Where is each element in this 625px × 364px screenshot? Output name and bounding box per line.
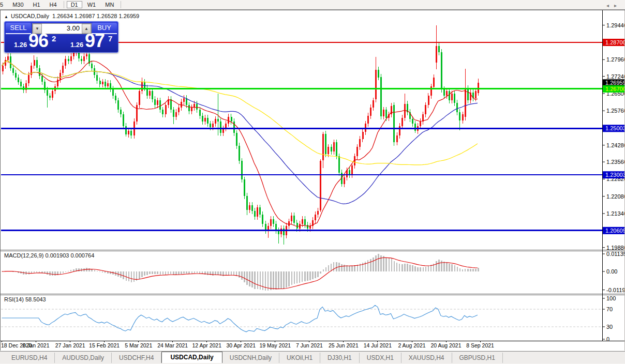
rsi-tick-label: 100 (606, 295, 616, 301)
chart-window[interactable]: 1.294401.279601.272401.265001.257601.242… (0, 10, 625, 350)
svg-text:1.25003: 1.25003 (605, 125, 625, 131)
price-tick-label: 1.19880 (606, 245, 625, 251)
svg-text:1.23003: 1.23003 (605, 172, 625, 178)
date-tick-label: 12 Apr 2021 (192, 342, 221, 348)
buy-price-main: 97 (85, 30, 105, 52)
svg-text:1.28700: 1.28700 (605, 39, 625, 46)
chart-background (0, 10, 625, 351)
timeframe-button-h4[interactable]: H4 (46, 1, 61, 8)
macd-tick-label: 0.00 (606, 268, 617, 275)
buy-price-pip: 7 (108, 34, 112, 43)
buy-price-prefix: 1.26 (70, 41, 83, 49)
symbol-tab-dj30[interactable]: DJ30,H1 (320, 353, 360, 363)
price-badge: 1.23003 (603, 171, 625, 178)
sell-price[interactable]: 1.26 96 2 (6, 34, 61, 51)
rsi-tick-label: 70 (606, 306, 613, 312)
price-tick-label: 1.25760 (606, 108, 625, 114)
price-tick-label: 1.29440 (606, 22, 625, 28)
price-badge: 1.25003 (603, 125, 625, 132)
time-axis[interactable]: 18 Dec 20208 Jan 202127 Jan 202115 Feb 2… (1, 341, 494, 348)
symbol-tab-usdx[interactable]: USDX,H1 (360, 353, 401, 363)
rsi-tick-label: 30 (606, 324, 613, 330)
svg-text:1.26700: 1.26700 (605, 86, 625, 92)
price-tick-label: 1.24280 (606, 142, 625, 148)
rsi-value: 58.5043 (25, 296, 46, 302)
symbol-tab-ukoil[interactable]: UKOil,H1 (279, 353, 320, 363)
rsi-label: RSI(14) 58.5043 (4, 296, 46, 302)
price-tick-label: 1.23560 (606, 159, 625, 165)
date-tick-label: 19 May 2021 (259, 342, 291, 348)
price-badge: 1.20609 (603, 227, 625, 234)
macd-values: 0.001903 0.000764 (45, 252, 94, 259)
date-tick-label: 24 Mar 2021 (157, 342, 188, 348)
symbol-tab-audusd[interactable]: AUDUSD,Daily (55, 353, 112, 363)
date-tick-label: 8 Jan 2021 (23, 342, 50, 348)
date-tick-label: 5 Mar 2021 (125, 342, 152, 348)
chart-canvas[interactable]: 1.294401.279601.272401.265001.257601.242… (0, 10, 625, 351)
date-tick-label: 25 Jun 2021 (329, 342, 359, 348)
timeframe-button-mn[interactable]: MN (101, 1, 118, 8)
price-tick-label: 1.27240 (606, 73, 625, 80)
timeframe-button-5[interactable]: 5 (0, 1, 7, 8)
price-tick-label: 1.22080 (606, 193, 625, 200)
timeframe-button-d1[interactable]: D1 (67, 1, 82, 8)
price-tick-label: 1.21340 (606, 210, 625, 217)
buy-price[interactable]: 1.26 97 7 (62, 34, 117, 51)
symbol-header: ▲USDCAD,Daily 1.26634 1.26987 1.26528 1.… (4, 13, 139, 19)
tab-scroll-arrows: ◂▸ (606, 3, 622, 8)
macd-tick-label: -0.01190 (606, 287, 625, 293)
date-tick-label: 7 Jun 2021 (296, 342, 323, 348)
svg-text:1.26959: 1.26959 (605, 80, 625, 86)
sell-price-main: 96 (28, 30, 48, 52)
ohlc-values: 1.26634 1.26987 1.26528 1.26959 (52, 13, 139, 19)
date-tick-label: 8 Sep 2021 (466, 342, 494, 348)
symbol-tab-usdchf[interactable]: USDCHF,H4 (112, 353, 161, 363)
svg-text:1.20609: 1.20609 (605, 228, 625, 234)
rsi-name: RSI(14) (4, 296, 24, 302)
symbol-tab-bar: EURUSD,H4AUDUSD,DailyUSDCHF,H4USDCAD,Dai… (0, 351, 625, 363)
one-click-trade-widget: SELL ▼ 3.00 ▲ BUY 1.26 96 2 1.26 97 7 (4, 21, 118, 53)
sell-price-prefix: 1.26 (14, 41, 27, 49)
date-tick-label: 2 Aug 2021 (398, 342, 425, 348)
toolbar-separator (121, 1, 121, 8)
macd-label: MACD(12,26,9) 0.001903 0.000764 (4, 252, 94, 259)
macd-name: MACD(12,26,9) (4, 252, 43, 259)
date-tick-label: 30 Apr 2021 (226, 342, 256, 348)
symbol-tab-usdcad[interactable]: USDCAD,Daily (161, 352, 222, 363)
date-tick-label: 20 Aug 2021 (431, 342, 462, 348)
price-badge: 1.26700 (603, 85, 625, 93)
timeframe-button-m30[interactable]: M30 (8, 1, 27, 8)
date-tick-label: 14 Jul 2021 (364, 342, 392, 348)
sell-price-pip: 2 (52, 34, 56, 43)
date-tick-label: 15 Feb 2021 (89, 342, 120, 348)
price-badge: 1.28700 (603, 39, 625, 46)
collapse-arrow-icon[interactable]: ▲ (4, 14, 8, 19)
symbol-tab-eurusd[interactable]: EURUSD,H4 (4, 353, 55, 363)
toolbar-separator (64, 1, 64, 8)
tab-scroll-right-icon[interactable]: ▸ (614, 3, 622, 8)
symbol-tab-usdcnh[interactable]: USDCNH,Daily (222, 353, 279, 363)
tab-scroll-left-icon[interactable]: ◂ (606, 3, 614, 8)
rsi-tick-label: 0 (606, 336, 609, 342)
timeframe-button-h1[interactable]: H1 (29, 1, 44, 8)
symbol-name: USDCAD,Daily (11, 13, 49, 19)
symbol-tab-xauusd[interactable]: XAUUSD,H4 (401, 353, 452, 363)
price-tick-label: 1.27960 (606, 56, 625, 63)
timeframe-button-w1[interactable]: W1 (83, 1, 100, 8)
date-tick-label: 27 Jan 2021 (55, 342, 85, 348)
sell-button[interactable]: SELL (6, 23, 31, 34)
symbol-tab-gbpusd[interactable]: GBPUSD,H1 (452, 353, 503, 363)
macd-tick-label: 0.01135 (606, 251, 625, 257)
timeframe-toolbar: 5M30H1H4D1W1MN (0, 0, 625, 10)
